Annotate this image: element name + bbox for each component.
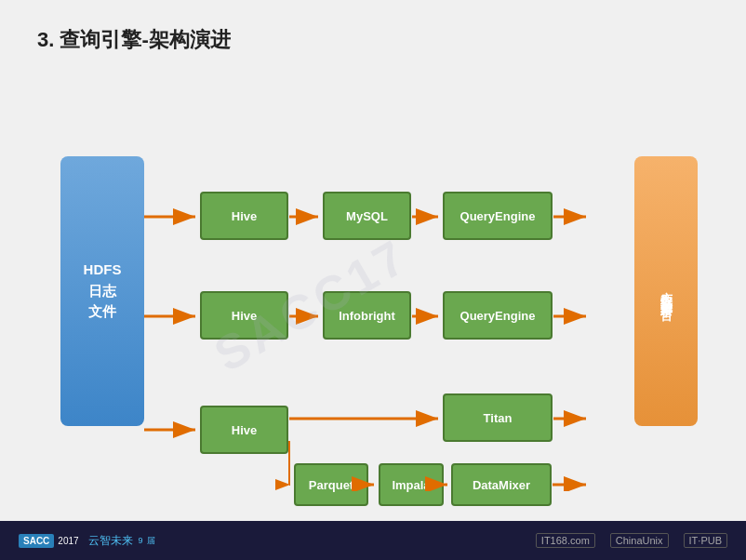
right-platform-box: 广告数据运营分析平台 — [634, 156, 698, 426]
row3-datamixer-label: DataMixer — [473, 478, 530, 492]
sacc-branding: SACC 2017 云智未来 9 届 — [19, 533, 155, 549]
row3-parquet-label: Parquet — [309, 478, 353, 492]
row2-hive-box: Hive — [200, 291, 288, 340]
row3-titan-label: Titan — [484, 411, 513, 425]
row2-infobright-box: Infobright — [323, 291, 411, 340]
row2-hive-label: Hive — [232, 309, 257, 323]
row1-mysql-box: MySQL — [323, 192, 411, 240]
row3-parquet-box: Parquet — [294, 463, 368, 506]
row3-impala-label: Impala — [392, 478, 430, 492]
sacc-year: 2017 — [58, 536, 78, 546]
slide-title: 3. 查询引擎-架构演进 — [0, 0, 746, 63]
row2-infobright-label: Infobright — [339, 309, 395, 323]
diagram-area: HDFS日志文件 广告数据运营分析平台 Hive MySQL QueryEngi… — [0, 63, 746, 491]
logo3: IT·PUB — [684, 533, 727, 548]
footer-logos: IT168.com ChinaUnix IT·PUB — [536, 533, 727, 548]
row3-hive-label: Hive — [232, 423, 257, 437]
superscript2: 届 — [147, 535, 155, 547]
footer: SACC 2017 云智未来 9 届 IT168.com ChinaUnix I… — [0, 521, 746, 560]
row2-qe-box: QueryEngine — [443, 291, 553, 340]
row1-mysql-label: MySQL — [346, 209, 388, 223]
row3-impala-box: Impala — [379, 463, 444, 506]
cloud-label: 云智未来 — [88, 533, 133, 549]
logo2: ChinaUnix — [610, 533, 669, 548]
row3-hive-box: Hive — [200, 406, 288, 454]
slide: 3. 查询引擎-架构演进 HDFS日志文件 广告数据运营分析平台 Hive My… — [0, 0, 746, 521]
hdfs-label: HDFS日志文件 — [84, 260, 122, 323]
row1-hive-box: Hive — [200, 192, 288, 240]
sacc-label: SACC — [23, 536, 49, 546]
sacc-badge: SACC — [19, 534, 54, 548]
row1-hive-label: Hive — [232, 209, 257, 223]
row1-qe-box: QueryEngine — [443, 192, 553, 240]
row2-qe-label: QueryEngine — [460, 309, 536, 323]
logo1: IT168.com — [536, 533, 595, 548]
row3-titan-box: Titan — [443, 393, 553, 442]
row1-qe-label: QueryEngine — [460, 209, 536, 223]
hdfs-box: HDFS日志文件 — [60, 156, 144, 426]
row3-datamixer-box: DataMixer — [451, 463, 552, 506]
superscript: 9 — [139, 536, 143, 545]
right-platform-label: 广告数据运营分析平台 — [658, 282, 674, 300]
